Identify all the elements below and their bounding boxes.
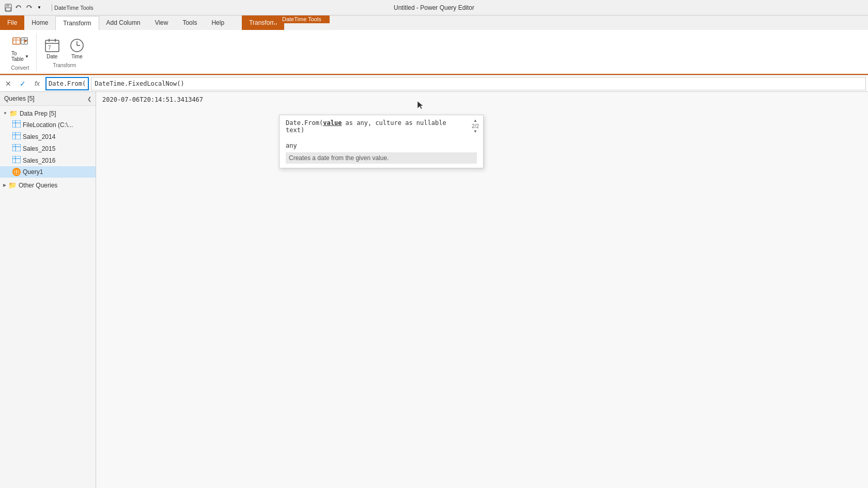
data-prep-folder-icon: 📁 [9,109,18,117]
svg-rect-19 [12,120,21,128]
to-table-label: ToTable [11,51,24,62]
cell-value: 2020-07-06T20:14:51.3413467 [102,96,203,103]
date-icon: 7 [44,37,60,54]
autocomplete-header: Date.From(value as any, culture as nulla… [280,115,483,138]
ribbon-tab-bar: File Home Transform Add Column View Tool… [0,15,868,30]
svg-marker-4 [30,7,32,8]
other-queries-folder-icon: 📁 [8,181,17,189]
time-icon [69,37,85,54]
data-prep-label: Data Prep [5] [20,110,56,117]
date-label: Date [47,54,57,59]
window-title: Untitled - Power Query Editor [394,4,474,11]
autocomplete-description: Creates a date from the given value. [286,152,477,164]
sales-2015-icon [12,144,23,153]
quick-access-toolbar: ▼ [4,4,43,12]
autocomplete-nav-count: 2/2 [472,123,479,129]
tab-transform[interactable]: Transform [55,16,99,30]
formula-cancel-button[interactable]: ✕ [2,77,14,90]
svg-marker-3 [16,7,18,8]
sidebar-collapse-button[interactable]: ❮ [87,96,91,102]
sidebar-item-sales-2014[interactable]: Sales_2014 [0,131,96,143]
autocomplete-desc-text: Creates a date from the given value. [289,154,389,162]
query1-icon [12,168,21,176]
formula-function-name: Date.From( [49,80,86,87]
svg-rect-2 [6,8,11,11]
autocomplete-signature-prefix: Date.From( [286,119,323,127]
context-tab-indicator: DateTime Tools [274,15,330,23]
autocomplete-param-type: any [286,142,297,149]
other-queries-arrow: ▶ [3,183,6,187]
autocomplete-navigation: ▲ 2/2 ▼ [472,118,479,134]
time-button[interactable]: Time [66,36,88,60]
tab-help[interactable]: Help [204,15,231,30]
sidebar-item-sales-2016[interactable]: Sales_2016 [0,154,96,166]
autocomplete-param-highlight: value [323,119,342,127]
data-prep-group-header[interactable]: ▼ 📁 Data Prep [5] [0,108,96,119]
sidebar-item-sales-2015[interactable]: Sales_2015 [0,143,96,154]
svg-rect-22 [12,132,21,139]
tab-file[interactable]: File [0,15,24,30]
main-area: Queries [5] ❮ ▼ 📁 Data Prep [5] FileLoca… [0,92,868,488]
data-prep-arrow: ▼ [3,111,7,116]
formula-fx-button[interactable]: fx [31,77,43,90]
autocomplete-type: any [286,142,477,149]
tab-add-column[interactable]: Add Column [99,15,148,30]
query1-label: Query1 [23,168,43,176]
other-queries-label: Other Queries [19,182,57,189]
svg-rect-28 [12,156,21,163]
other-queries-group-header[interactable]: ▶ 📁 Other Queries [0,180,96,191]
formula-expression-text: DateTime.FixedLocalNow() [95,80,184,87]
formula-function-box[interactable]: Date.From( [45,77,89,90]
queries-sidebar: Queries [5] ❮ ▼ 📁 Data Prep [5] FileLoca… [0,92,96,488]
ribbon: DateTime Tools File Home Transform Add C… [0,15,868,75]
ribbon-content: ToTable ▼ Convert [0,30,868,75]
to-table-dropdown-arrow[interactable]: ▼ [25,54,29,59]
svg-rect-5 [13,38,20,44]
time-label: Time [71,54,83,59]
cursor-indicator [416,100,424,111]
date-button[interactable]: 7 Date [41,36,64,60]
sales-2014-icon [12,132,23,141]
autocomplete-body: any Creates a date from the given value. [280,138,483,168]
titlebar-dropdown-icon[interactable]: ▼ [35,4,43,12]
tab-home[interactable]: Home [24,15,55,30]
sidebar-header: Queries [5] ❮ [0,92,96,106]
sidebar-group-data-prep: ▼ 📁 Data Prep [5] FileLocation (C:\... [0,108,96,178]
transform-group-label: Transform [53,62,76,68]
autocomplete-popup: Date.From(value as any, culture as nulla… [279,115,484,168]
convert-group-label: Convert [11,65,29,71]
sales-2015-label: Sales_2015 [23,145,55,152]
datetime-tools-label: DateTime Tools [54,5,94,11]
tab-tools[interactable]: Tools [175,15,204,30]
titlebar-separator [52,4,52,11]
sidebar-item-query1[interactable]: Query1 [0,166,96,178]
ribbon-group-transform: 7 Date Time Tr [37,36,92,68]
sidebar-item-file-location[interactable]: FileLocation (C:\... [0,119,96,131]
content-area: 2020-07-06T20:14:51.3413467 Date.From(va… [96,92,868,488]
autocomplete-nav-up[interactable]: ▲ [473,118,477,123]
formula-bar: ✕ ✓ fx Date.From( DateTime.FixedLocalNow… [0,75,868,92]
redo-icon[interactable] [25,4,33,12]
file-location-label: FileLocation (C:\... [23,121,73,129]
transform-items: 7 Date Time [41,36,88,60]
svg-rect-1 [6,4,9,7]
sales-2016-icon [12,156,23,165]
sales-2016-label: Sales_2016 [23,157,55,164]
formula-expression-box[interactable]: DateTime.FixedLocalNow() [91,77,866,90]
svg-rect-11 [45,40,59,52]
tab-view[interactable]: View [148,15,176,30]
svg-text:7: 7 [48,45,51,51]
autocomplete-nav-down[interactable]: ▼ [473,129,477,134]
sidebar-title: Queries [5] [4,95,35,102]
undo-icon[interactable] [14,4,23,12]
convert-items: ToTable ▼ [8,33,32,63]
title-bar: ▼ DateTime Tools Untitled - Power Query … [0,0,868,15]
file-location-table-icon [12,120,23,129]
formula-confirm-button[interactable]: ✓ [17,77,29,90]
to-table-button[interactable]: ToTable ▼ [8,33,32,63]
data-cell: 2020-07-06T20:14:51.3413467 [96,92,868,107]
sales-2014-label: Sales_2014 [23,133,55,140]
ribbon-group-convert: ToTable ▼ Convert [4,33,37,71]
svg-rect-25 [12,144,21,151]
save-icon[interactable] [4,4,12,12]
